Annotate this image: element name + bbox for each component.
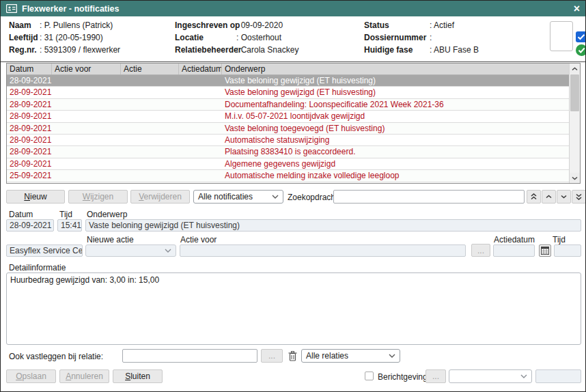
nieuwe-actie-select[interactable]	[85, 244, 176, 257]
search-label: Zoekopdracht	[288, 193, 337, 202]
cell-onderwerp: Algemene gegevens gewijzigd	[222, 158, 570, 169]
relatie-browse-button[interactable]: ...	[261, 349, 283, 363]
berichtgeving-select[interactable]	[449, 369, 532, 383]
table-row[interactable]: 28-09-2021 Documentafhandeling: Loonspec…	[7, 99, 570, 111]
verwijderen-button[interactable]: Verwijderen	[130, 190, 190, 204]
cell-actie-voor	[52, 99, 121, 110]
cell-actie-voor	[52, 146, 121, 157]
column-header-datum[interactable]: Datum	[7, 64, 52, 74]
cell-actiedatum	[179, 123, 222, 134]
cell-datum: 28-09-2021	[7, 146, 52, 157]
double-chevron-up-icon	[531, 193, 537, 200]
nieuwe-actie-label: Nieuwe actie	[87, 235, 134, 244]
status-check-icon	[576, 44, 586, 55]
cell-actiedatum	[179, 75, 222, 86]
nieuw-button[interactable]: Nieuw	[6, 190, 65, 204]
scroll-up-button[interactable]	[570, 64, 580, 74]
cell-actie	[121, 158, 179, 169]
opslaan-button[interactable]: Opslaan	[6, 369, 56, 383]
sluiten-button[interactable]: Sluiten	[113, 369, 163, 383]
cell-onderwerp: Vaste beloning toegevoegd (ET huisvestin…	[222, 123, 570, 134]
detail-textarea[interactable]: Huurbedrag gewijzigd van: 3,00 in: 15,00	[6, 272, 581, 345]
tijd-label: Tijd	[59, 210, 72, 219]
actie-voor-field	[180, 244, 466, 257]
cell-actie-voor	[52, 87, 121, 98]
berichtgeving-browse-button[interactable]: ...	[425, 369, 446, 383]
notification-filter-value: Alle notificaties	[198, 192, 253, 201]
scroll-down-button[interactable]	[570, 173, 580, 183]
cell-datum: 25-09-2021	[7, 170, 52, 181]
chevron-down-icon	[165, 249, 171, 253]
naam-label: Naam	[9, 20, 31, 30]
table-row[interactable]: 28-09-2021 M.i.v. 05-07-2021 loontijdvak…	[7, 111, 570, 122]
trash-icon[interactable]	[287, 350, 298, 362]
naam-value: : P. Pullens (Patrick)	[40, 20, 113, 30]
locatie-value: : Oosterhout	[236, 33, 281, 42]
wijzigen-button[interactable]: Wijzigen	[68, 190, 128, 204]
notifications-table: Datum Actie voor Actie Actiedatum Onderw…	[6, 63, 581, 184]
status-label: Status	[364, 20, 389, 30]
cell-actie-voor	[52, 170, 121, 181]
notification-filter-select[interactable]: Alle notificaties	[193, 190, 283, 204]
cell-actie-voor	[52, 111, 121, 122]
tijd-field: 15:41	[57, 219, 82, 232]
huidige-fase-label: Huidige fase	[364, 45, 413, 55]
flexwerker-info-panel: Naam : P. Pullens (Patrick) Leeftijd : 3…	[1, 16, 585, 62]
table-scrollbar[interactable]	[569, 64, 580, 183]
column-header-actie-voor[interactable]: Actie voor	[52, 64, 121, 74]
column-header-actie[interactable]: Actie	[121, 64, 179, 74]
berichtgeving-checkbox[interactable]	[365, 372, 374, 380]
close-icon[interactable]: ×	[574, 3, 580, 14]
prev-button[interactable]	[542, 190, 556, 204]
table-row[interactable]: 28-09-2021 Vaste beloning gewijzigd (ET …	[7, 87, 570, 98]
chevron-up-icon	[572, 67, 578, 71]
column-header-actiedatum[interactable]: Actiedatum	[179, 64, 222, 74]
table-row[interactable]: 28-09-2021 Vaste beloning gewijzigd (ET …	[7, 75, 570, 87]
cell-onderwerp: Documentafhandeling: Loonspecificatie 20…	[222, 99, 570, 110]
cell-actie	[121, 87, 179, 98]
double-chevron-down-icon	[576, 193, 582, 200]
leeftijd-label: Leeftijd	[9, 33, 38, 42]
table-row[interactable]: 28-09-2021 Vaste beloning toegevoegd (ET…	[7, 123, 570, 135]
ingeschreven-value: : 09-09-2020	[236, 20, 283, 30]
cell-actie	[121, 75, 179, 86]
table-row[interactable]: 28-09-2021 Algemene gegevens gewijzigd	[7, 158, 570, 170]
huidige-fase-value: : ABU Fase B	[430, 45, 479, 55]
berichtgeving-extra-field	[535, 369, 581, 383]
calendar-button[interactable]	[539, 244, 551, 257]
window-title: Flexwerker - notificaties	[22, 4, 119, 14]
cell-actie	[121, 111, 179, 122]
relatie-input[interactable]	[122, 349, 257, 363]
last-button[interactable]	[572, 190, 586, 204]
onderwerp-field: Vaste beloning gewijzigd (ET huisvesting…	[85, 219, 581, 232]
source-field: Easyflex Service Cen	[6, 244, 83, 257]
contact-card-icon	[6, 4, 17, 13]
actie-voor-browse-button[interactable]: ...	[471, 244, 490, 257]
datum-label: Datum	[9, 210, 33, 219]
relatie-filter-value: Alle relaties	[306, 351, 348, 361]
cell-actie-voor	[52, 75, 121, 86]
berichtgeving-label: Berichtgeving	[378, 372, 428, 382]
cell-actie	[121, 123, 179, 134]
cell-datum: 28-09-2021	[7, 123, 52, 134]
cell-actie-voor	[52, 123, 121, 134]
next-button[interactable]	[557, 190, 571, 204]
verified-checkbox-icon	[576, 31, 586, 42]
column-header-onderwerp[interactable]: Onderwerp	[222, 64, 570, 74]
table-row[interactable]: 25-09-2021 Automatische melding inzake v…	[7, 170, 570, 182]
annuleren-button[interactable]: Annuleren	[59, 369, 109, 383]
first-button[interactable]	[527, 190, 541, 204]
cell-actie	[121, 99, 179, 110]
table-row[interactable]: 28-09-2021 Automatische statuswijziging	[7, 135, 570, 146]
cell-onderwerp: Plaatsing 8383410 is geaccordeerd.	[222, 146, 570, 157]
regnr-label: Reg.nr.	[9, 45, 37, 55]
relatiebeheerder-label: Relatiebeheerder	[175, 45, 241, 55]
relatie-filter-select[interactable]: Alle relaties	[301, 349, 400, 363]
search-input[interactable]	[333, 190, 525, 204]
scrollbar-thumb[interactable]	[570, 74, 579, 111]
cell-actiedatum	[179, 146, 222, 157]
cell-onderwerp: Vaste beloning gewijzigd (ET huisvesting…	[222, 87, 570, 98]
table-row[interactable]: 28-09-2021 Plaatsing 8383410 is geaccord…	[7, 146, 570, 158]
cell-actie-voor	[52, 158, 121, 169]
cell-datum: 28-09-2021	[7, 111, 52, 122]
